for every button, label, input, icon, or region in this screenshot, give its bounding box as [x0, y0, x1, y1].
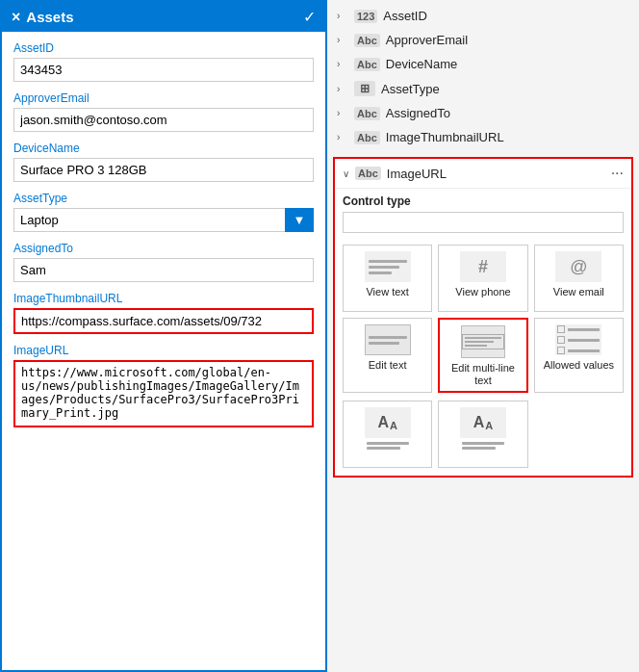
field-assetid: AssetID — [13, 41, 314, 82]
chevron-down-icon-imageurl: ∨ — [343, 168, 349, 179]
text-format-icon-1: A A — [377, 414, 397, 431]
tile-aa-1[interactable]: A A — [343, 401, 432, 468]
tile-allowed-values-label: Allowed values — [544, 359, 614, 372]
field-assettype: AssetType Laptop ▼ — [13, 192, 314, 232]
imageurl-expanded-section: ∨ Abc ImageURL ··· Control type View tex… — [333, 157, 633, 478]
select-wrapper-assettype: Laptop ▼ — [13, 208, 314, 232]
imageurl-header[interactable]: ∨ Abc ImageURL ··· — [335, 159, 631, 189]
tile-edit-multiline-label: Edit multi-line text — [444, 362, 522, 387]
field-name-devicename: DeviceName — [386, 57, 457, 71]
input-assetid[interactable] — [13, 58, 314, 82]
aa-2-icon: A A — [460, 407, 506, 438]
at-icon: @ — [570, 257, 587, 277]
panel-title: Assets — [26, 9, 73, 25]
tile-edit-text-label: Edit text — [369, 359, 407, 372]
label-imageurl: ImageURL — [13, 344, 314, 357]
chevron-right-icon-6: › — [337, 132, 348, 142]
more-options-icon[interactable]: ··· — [611, 165, 624, 182]
right-panel: › 123 AssetID › Abc ApproverEmail › Abc … — [327, 0, 639, 672]
chevron-right-icon-2: › — [337, 35, 348, 45]
field-name-imagethumbnailurl: ImageThumbnailURL — [386, 130, 504, 144]
allowed-values-icon — [555, 324, 601, 355]
edit-text-icon — [365, 324, 411, 355]
list-item-assignedto[interactable]: › Abc AssignedTo — [327, 101, 639, 125]
control-type-label: Control type — [343, 194, 624, 208]
chevron-right-icon-5: › — [337, 108, 348, 118]
label-devicename: DeviceName — [13, 142, 314, 155]
tile-allowed-values[interactable]: Allowed values — [534, 318, 624, 393]
chevron-right-icon-4: › — [337, 84, 348, 94]
field-assignedto: AssignedTo — [13, 242, 314, 282]
aa-1-icon: A A — [365, 407, 411, 438]
header-title-group: × Assets — [12, 9, 74, 26]
view-text-icon — [365, 251, 411, 282]
type-icon-assetid: 123 — [354, 10, 377, 23]
label-assetid: AssetID — [13, 41, 314, 55]
tile-edit-text[interactable]: Edit text — [343, 318, 432, 393]
type-icon-devicename: Abc — [354, 58, 380, 71]
field-devicename: DeviceName — [13, 142, 314, 182]
tile-view-phone[interactable]: # View phone — [438, 245, 527, 312]
empty-tile-slot — [534, 401, 624, 468]
field-name-assetid: AssetID — [383, 9, 427, 23]
type-icon-imagethumbnailurl: Abc — [354, 131, 380, 144]
close-icon[interactable]: × — [12, 9, 20, 26]
textarea-imageurl[interactable]: https://www.microsoft.com/global/en-us/n… — [13, 360, 314, 427]
list-item-assettype[interactable]: › ⊞ AssetType — [327, 76, 639, 101]
edit-multiline-icon — [461, 325, 505, 358]
type-icon-approveremail: Abc — [354, 34, 380, 47]
control-tiles-grid: View text # View phone @ View email — [335, 237, 631, 401]
control-tiles-bottom: A A A A — [335, 401, 631, 476]
field-name-approveremail: ApproverEmail — [386, 33, 468, 47]
input-assignedto[interactable] — [13, 258, 314, 282]
tile-view-phone-label: View phone — [455, 286, 510, 298]
field-name-assignedto: AssignedTo — [386, 106, 450, 120]
list-item-approveremail[interactable]: › Abc ApproverEmail — [327, 28, 639, 52]
control-type-input[interactable] — [343, 212, 624, 233]
field-name-assettype: AssetType — [381, 82, 440, 96]
view-phone-icon: # — [460, 251, 506, 282]
label-approveremail: ApproverEmail — [13, 91, 314, 105]
tile-view-text-label: View text — [366, 286, 408, 298]
panel-header: × Assets ✓ — [2, 2, 325, 32]
field-approveremail: ApproverEmail — [13, 91, 314, 132]
tile-aa-2[interactable]: A A — [438, 401, 527, 468]
input-devicename[interactable] — [13, 158, 314, 182]
tile-view-text[interactable]: View text — [343, 245, 432, 312]
select-assettype[interactable]: Laptop — [13, 208, 314, 232]
text-format-icon-2: A A — [473, 414, 494, 431]
hash-icon: # — [478, 257, 488, 277]
left-panel: × Assets ✓ AssetID ApproverEmail DeviceN… — [0, 0, 327, 672]
list-item-assetid[interactable]: › 123 AssetID — [327, 4, 639, 28]
tile-view-email[interactable]: @ View email — [534, 245, 624, 312]
check-icon[interactable]: ✓ — [303, 8, 316, 26]
control-type-section: Control type — [335, 189, 631, 237]
tile-view-email-label: View email — [553, 286, 604, 298]
fields-list: › 123 AssetID › Abc ApproverEmail › Abc … — [327, 0, 639, 153]
view-email-icon: @ — [555, 251, 601, 282]
tile-edit-multiline[interactable]: Edit multi-line text — [438, 318, 527, 393]
field-imageurl: ImageURL https://www.microsoft.com/globa… — [13, 344, 314, 430]
chevron-right-icon: › — [337, 11, 348, 21]
label-imagethumbnailurl: ImageThumbnailURL — [13, 292, 314, 305]
list-item-devicename[interactable]: › Abc DeviceName — [327, 52, 639, 76]
list-item-imagethumbnailurl[interactable]: › Abc ImageThumbnailURL — [327, 125, 639, 149]
input-approveremail[interactable] — [13, 108, 314, 132]
label-assignedto: AssignedTo — [13, 242, 314, 255]
field-imagethumbnailurl: ImageThumbnailURL — [13, 292, 314, 334]
type-icon-imageurl: Abc — [355, 167, 381, 180]
input-imagethumbnailurl[interactable] — [13, 308, 314, 334]
label-assettype: AssetType — [13, 192, 314, 205]
type-icon-assignedto: Abc — [354, 107, 380, 120]
chevron-right-icon-3: › — [337, 59, 348, 69]
type-icon-assettype: ⊞ — [354, 81, 375, 96]
form-body: AssetID ApproverEmail DeviceName AssetTy… — [2, 32, 325, 670]
field-name-imageurl: ImageURL — [387, 167, 605, 181]
